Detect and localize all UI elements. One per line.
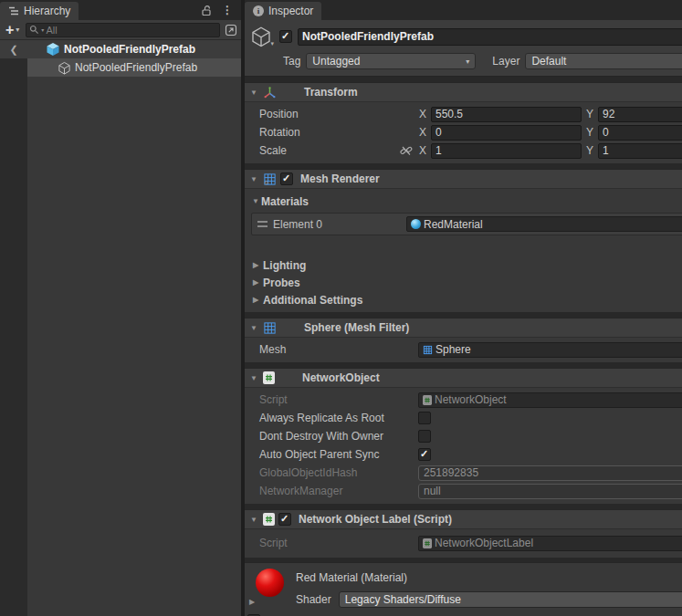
lock-icon[interactable] [201, 5, 212, 16]
material-element-row[interactable]: Element 0 RedMaterial [251, 213, 682, 235]
foldout-open-icon[interactable]: ▼ [248, 374, 259, 382]
position-y-field[interactable] [598, 107, 682, 122]
shader-label: Shader [296, 593, 331, 606]
script-object-field: NetworkObject [418, 392, 682, 408]
hierarchy-tree: ❮ NotPooledFriendlyPrefab NotPooledFrien… [0, 40, 241, 616]
search-window-popout-icon[interactable] [225, 24, 237, 37]
csharp-script-icon [263, 371, 275, 384]
mesh-renderer-enabled-checkbox[interactable] [280, 172, 293, 185]
material-section: ▶ Red Material (Material) ? ⋮ Shader Leg… [245, 562, 682, 616]
constrain-proportions-icon[interactable] [400, 144, 418, 157]
foldout-open-icon[interactable]: ▼ [248, 175, 259, 183]
rotation-label: Rotation [259, 126, 400, 139]
search-input[interactable] [46, 25, 216, 36]
root-item-label: NotPooledFriendlyPrefab [64, 43, 195, 56]
rotation-x-field[interactable] [431, 125, 582, 141]
transform-header[interactable]: ▼ Transform ? ⋮ [245, 82, 682, 102]
script-enabled-checkbox[interactable] [278, 513, 291, 526]
axis-x-label: X [418, 126, 427, 139]
gameobject-header: ▾ Static ▾ Tag Untagged ▾ Layer Defau [245, 20, 682, 77]
always-replicate-label: Always Replicate As Root [259, 412, 400, 424]
network-object-header[interactable]: ▼ NetworkObject ? ⋮ [245, 368, 682, 388]
foldout-closed-icon: ▶ [250, 278, 261, 287]
layer-value: Default [531, 55, 566, 68]
position-fields: X Y Z [418, 107, 682, 122]
active-checkbox[interactable] [279, 30, 292, 43]
probes-foldout[interactable]: ▶ Probes [245, 274, 682, 291]
always-replicate-checkbox[interactable] [418, 412, 431, 424]
probes-label: Probes [263, 277, 300, 289]
tag-dropdown[interactable]: Untagged ▾ [306, 53, 476, 69]
gameobject-icon[interactable]: ▾ [248, 25, 274, 48]
foldout-open-icon[interactable]: ▼ [248, 516, 259, 524]
global-hash-value: 251892835 [424, 466, 478, 479]
network-manager-field: null [418, 484, 682, 499]
hierarchy-search[interactable]: ▾ [26, 23, 220, 37]
element0-object-field[interactable]: RedMaterial [406, 216, 682, 232]
mesh-object-field[interactable]: Sphere [418, 342, 682, 358]
dont-destroy-label: Dont Destroy With Owner [259, 430, 400, 443]
transform-body: Position X Y Z Rotation [245, 102, 682, 163]
csharp-script-icon [423, 395, 432, 405]
layer-dropdown[interactable]: Default ▾ [525, 53, 682, 69]
drag-handle-icon[interactable] [257, 221, 268, 227]
chevron-down-icon: ▾ [466, 57, 469, 66]
rotation-y-field[interactable] [598, 125, 682, 141]
element0-label: Element 0 [273, 218, 401, 231]
tab-hierarchy[interactable]: Hierarchy [0, 2, 79, 20]
chevron-down-icon: ▾ [16, 26, 19, 34]
child-item-label: NotPooledFriendlyPrefab [75, 61, 197, 74]
rotation-fields: X Y Z [418, 125, 682, 141]
auto-parent-sync-checkbox[interactable] [418, 448, 431, 461]
axis-y-label: Y [585, 108, 594, 120]
global-hash-field: 251892835 [418, 465, 682, 481]
foldout-closed-icon[interactable]: ▶ [249, 598, 255, 606]
material-sphere-icon [411, 219, 421, 229]
gameobject-cube-outline-icon [58, 61, 71, 75]
material-preview-sphere[interactable] [256, 569, 284, 597]
mesh-filter-body: Mesh Sphere [245, 338, 682, 362]
auto-parent-sync-row: Auto Object Parent Sync [245, 445, 682, 464]
gameobject-name-field[interactable] [298, 28, 682, 46]
scale-y-field[interactable] [598, 143, 682, 159]
kebab-menu-icon[interactable]: ⋮ [222, 5, 233, 16]
hierarchy-tabbar: Hierarchy ⋮ [0, 0, 241, 20]
mesh-label: Mesh [259, 343, 400, 356]
position-row: Position X Y Z [245, 105, 682, 123]
materials-row[interactable]: ▼ Materials [245, 192, 682, 211]
hierarchy-child-item[interactable]: NotPooledFriendlyPrefab [27, 58, 241, 77]
lighting-foldout[interactable]: ▶ Lighting [245, 256, 682, 274]
position-x-field[interactable] [431, 107, 582, 122]
shader-dropdown[interactable]: Legacy Shaders/Diffuse ▾ [339, 591, 682, 608]
info-icon: i [253, 5, 264, 16]
mesh-renderer-header[interactable]: ▼ Mesh Renderer ? ⋮ [245, 169, 682, 189]
foldout-closed-icon: ▶ [250, 261, 261, 269]
always-replicate-row: Always Replicate As Root [245, 409, 682, 427]
hierarchy-root-item[interactable]: ❮ NotPooledFriendlyPrefab [0, 40, 241, 58]
script-value: NetworkObject [435, 393, 507, 406]
global-hash-row: GlobalObjectIdHash 251892835 [245, 464, 682, 482]
hierarchy-toolbar: + ▾ ▾ [0, 20, 241, 40]
back-chevron-icon[interactable]: ❮ [0, 44, 27, 56]
scale-label: Scale [259, 144, 400, 157]
additional-settings-foldout[interactable]: ▶ Additional Settings [245, 291, 682, 308]
network-manager-value: null [424, 485, 441, 497]
mesh-filter-icon [263, 321, 277, 335]
axis-y-label: Y [585, 144, 594, 157]
dont-destroy-checkbox[interactable] [418, 430, 431, 443]
plus-icon: + [5, 23, 14, 37]
hierarchy-icon [8, 6, 19, 16]
network-object-label-header[interactable]: ▼ Network Object Label (Script) ? ⋮ [245, 509, 682, 529]
foldout-open-icon[interactable]: ▼ [250, 197, 261, 205]
scale-x-field[interactable] [431, 143, 582, 159]
gameobject-icon-arrow: ▾ [270, 40, 274, 47]
foldout-open-icon[interactable]: ▼ [248, 89, 259, 97]
foldout-open-icon[interactable]: ▼ [248, 324, 259, 332]
add-gameobject-button[interactable]: + ▾ [4, 23, 21, 37]
tab-inspector[interactable]: i Inspector [245, 2, 321, 20]
mesh-filter-header[interactable]: ▼ Sphere (Mesh Filter) ? ⋮ [245, 318, 682, 338]
materials-list-buttons: + − [245, 235, 682, 256]
addressable-row: Addressable [245, 611, 682, 616]
scale-row: Scale X Y Z [245, 141, 682, 160]
component-list: ▼ Transform ? ⋮ Position [245, 77, 682, 616]
